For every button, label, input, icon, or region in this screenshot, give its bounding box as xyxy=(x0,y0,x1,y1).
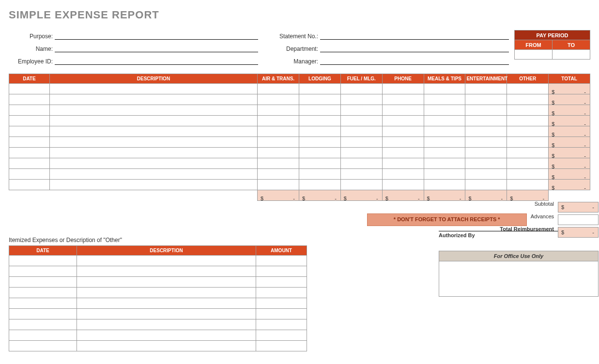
expense-cell[interactable] xyxy=(424,94,465,105)
expense-cell[interactable] xyxy=(340,169,382,180)
expense-cell[interactable] xyxy=(340,84,382,94)
expense-cell[interactable] xyxy=(465,180,507,190)
itemized-cell[interactable] xyxy=(77,277,256,288)
expense-cell[interactable] xyxy=(382,158,424,169)
expense-cell[interactable] xyxy=(299,94,340,105)
itemized-cell[interactable] xyxy=(77,288,256,298)
expense-cell[interactable] xyxy=(382,94,424,105)
expense-cell[interactable] xyxy=(258,148,299,158)
expense-cell[interactable] xyxy=(382,84,424,94)
expense-cell[interactable] xyxy=(49,105,257,116)
itemized-cell[interactable] xyxy=(256,319,307,330)
expense-cell[interactable] xyxy=(9,84,50,94)
expense-cell[interactable] xyxy=(299,84,340,94)
expense-cell[interactable] xyxy=(507,126,549,137)
itemized-cell[interactable] xyxy=(77,309,256,319)
expense-cell[interactable] xyxy=(340,180,382,190)
expense-cell[interactable] xyxy=(9,116,50,126)
expense-cell[interactable] xyxy=(382,105,424,116)
expense-cell[interactable] xyxy=(382,126,424,137)
expense-cell[interactable] xyxy=(424,169,465,180)
itemized-cell[interactable] xyxy=(77,341,256,351)
expense-cell[interactable] xyxy=(258,84,299,94)
expense-cell[interactable] xyxy=(9,126,50,137)
expense-cell[interactable] xyxy=(465,84,507,94)
expense-cell[interactable] xyxy=(507,84,549,94)
expense-cell[interactable] xyxy=(424,126,465,137)
expense-cell[interactable] xyxy=(9,105,50,116)
expense-cell[interactable] xyxy=(424,84,465,94)
expense-cell[interactable] xyxy=(507,169,549,180)
expense-cell[interactable] xyxy=(299,116,340,126)
itemized-cell[interactable] xyxy=(256,288,307,298)
itemized-cell[interactable] xyxy=(9,298,77,309)
itemized-cell[interactable] xyxy=(77,298,256,309)
expense-cell[interactable] xyxy=(49,94,257,105)
itemized-cell[interactable] xyxy=(9,330,77,341)
pay-period-from-cell[interactable] xyxy=(515,50,553,60)
expense-cell[interactable] xyxy=(424,137,465,148)
expense-cell[interactable] xyxy=(340,94,382,105)
itemized-cell[interactable] xyxy=(256,266,307,277)
itemized-cell[interactable] xyxy=(256,277,307,288)
expense-cell[interactable] xyxy=(507,137,549,148)
expense-cell[interactable] xyxy=(258,94,299,105)
expense-cell[interactable] xyxy=(340,126,382,137)
expense-cell[interactable] xyxy=(340,148,382,158)
expense-cell[interactable] xyxy=(258,116,299,126)
expense-cell[interactable] xyxy=(507,94,549,105)
expense-cell[interactable] xyxy=(340,137,382,148)
purpose-input[interactable] xyxy=(55,31,258,40)
expense-cell[interactable] xyxy=(424,180,465,190)
expense-cell[interactable] xyxy=(258,180,299,190)
itemized-cell[interactable] xyxy=(9,288,77,298)
name-input[interactable] xyxy=(55,44,258,52)
expense-cell[interactable] xyxy=(49,158,257,169)
expense-cell[interactable] xyxy=(424,116,465,126)
expense-cell[interactable] xyxy=(465,94,507,105)
itemized-cell[interactable] xyxy=(77,256,256,266)
expense-cell[interactable] xyxy=(9,137,50,148)
expense-cell[interactable] xyxy=(258,158,299,169)
expense-cell[interactable] xyxy=(49,116,257,126)
expense-cell[interactable] xyxy=(465,105,507,116)
expense-cell[interactable] xyxy=(465,148,507,158)
itemized-cell[interactable] xyxy=(77,319,256,330)
expense-cell[interactable] xyxy=(382,148,424,158)
expense-cell[interactable] xyxy=(507,180,549,190)
itemized-cell[interactable] xyxy=(77,330,256,341)
expense-cell[interactable] xyxy=(340,158,382,169)
expense-cell[interactable] xyxy=(49,148,257,158)
expense-cell[interactable] xyxy=(340,116,382,126)
expense-cell[interactable] xyxy=(258,126,299,137)
expense-cell[interactable] xyxy=(465,116,507,126)
expense-cell[interactable] xyxy=(340,105,382,116)
expense-cell[interactable] xyxy=(49,137,257,148)
expense-cell[interactable] xyxy=(507,105,549,116)
expense-cell[interactable] xyxy=(299,180,340,190)
expense-cell[interactable] xyxy=(424,105,465,116)
expense-cell[interactable] xyxy=(258,169,299,180)
expense-cell[interactable] xyxy=(49,169,257,180)
itemized-cell[interactable] xyxy=(9,266,77,277)
expense-cell[interactable] xyxy=(382,137,424,148)
expense-cell[interactable] xyxy=(382,180,424,190)
itemized-cell[interactable] xyxy=(9,341,77,351)
expense-cell[interactable] xyxy=(507,116,549,126)
employee-id-input[interactable] xyxy=(55,56,258,65)
itemized-cell[interactable] xyxy=(256,330,307,341)
expense-cell[interactable] xyxy=(507,148,549,158)
itemized-cell[interactable] xyxy=(256,256,307,266)
itemized-cell[interactable] xyxy=(9,319,77,330)
expense-cell[interactable] xyxy=(382,169,424,180)
expense-cell[interactable] xyxy=(382,116,424,126)
statement-no-input[interactable] xyxy=(320,31,509,40)
itemized-cell[interactable] xyxy=(9,277,77,288)
expense-cell[interactable] xyxy=(465,126,507,137)
expense-cell[interactable] xyxy=(299,158,340,169)
expense-cell[interactable] xyxy=(465,158,507,169)
itemized-cell[interactable] xyxy=(256,298,307,309)
expense-cell[interactable] xyxy=(9,158,50,169)
expense-cell[interactable] xyxy=(299,126,340,137)
itemized-cell[interactable] xyxy=(9,309,77,319)
